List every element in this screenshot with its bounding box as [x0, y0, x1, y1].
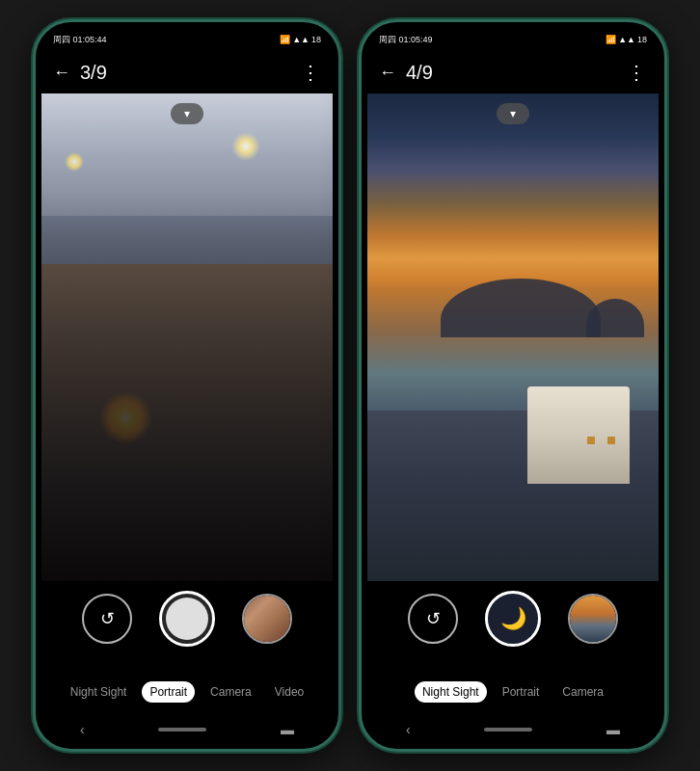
gallery-thumbnail-1[interactable] — [242, 594, 292, 644]
phone-frame-1: 周四 01:05:44 📶 ▲▲ 18 ← 3/9 ⋮ — [33, 19, 341, 752]
sparkle-3 — [65, 152, 84, 172]
photo-bg-party — [41, 93, 333, 581]
dropdown-btn-2[interactable]: ▾ — [497, 103, 529, 124]
chevron-down-icon-2: ▾ — [510, 107, 516, 120]
mode-night-sight-1[interactable]: Night Sight — [63, 681, 135, 703]
camera-icons-row-1: ↺ — [41, 591, 333, 647]
recent-gesture-1[interactable]: ▬ — [281, 722, 294, 737]
dropdown-btn-1[interactable]: ▾ — [171, 103, 203, 124]
flip-camera-button-1[interactable]: ↺ — [82, 594, 132, 644]
status-time-1: 周四 01:05:44 — [53, 34, 107, 46]
phone-1: 周四 01:05:44 📶 ▲▲ 18 ← 3/9 ⋮ — [33, 19, 341, 752]
photo-bg-sunset — [367, 93, 659, 581]
controls-bar-2: ↺ 🌙 Night Sight Portrait Camera — [367, 581, 659, 716]
back-gesture-2[interactable]: ‹ — [406, 722, 411, 737]
status-icons-2: 📶 ▲▲ 18 — [606, 35, 647, 44]
shutter-button-1[interactable] — [159, 591, 215, 647]
more-button-2[interactable]: ⋮ — [627, 61, 647, 84]
home-indicator-1[interactable] — [158, 728, 206, 731]
mode-camera-1[interactable]: Camera — [202, 681, 259, 703]
phone-2: 周四 01:05:49 📶 ▲▲ 18 ← 4/9 ⋮ — [359, 19, 667, 752]
phone-frame-2: 周四 01:05:49 📶 ▲▲ 18 ← 4/9 ⋮ — [359, 19, 667, 752]
nav-bar-2: ← 4/9 ⋮ — [367, 51, 659, 93]
phone-screen-1: 周四 01:05:44 📶 ▲▲ 18 ← 3/9 ⋮ — [41, 28, 333, 743]
status-time-2: 周四 01:05:49 — [379, 34, 433, 46]
nav-bar-1: ← 3/9 ⋮ — [41, 51, 333, 93]
mode-portrait-2[interactable]: Portrait — [495, 681, 548, 703]
mode-camera-2[interactable]: Camera — [554, 681, 611, 703]
more-button-1[interactable]: ⋮ — [301, 61, 321, 84]
status-bar-2: 周四 01:05:49 📶 ▲▲ 18 — [367, 28, 659, 51]
photo-counter-1: 3/9 — [80, 62, 301, 84]
photo-area-1: ▾ — [41, 93, 333, 581]
chevron-down-icon: ▾ — [184, 107, 190, 120]
flip-icon-1: ↺ — [100, 608, 115, 629]
recent-gesture-2[interactable]: ▬ — [606, 722, 620, 737]
sparkle-2 — [231, 132, 260, 161]
building — [527, 386, 630, 484]
modes-row-1: Night Sight Portrait Camera Video — [41, 681, 333, 703]
camera-icons-row-2: ↺ 🌙 — [367, 591, 659, 647]
thumbnail-preview-2 — [570, 596, 616, 642]
thumbnail-preview-1 — [244, 596, 290, 642]
phone-screen-2: 周四 01:05:49 📶 ▲▲ 18 ← 4/9 ⋮ — [367, 28, 659, 743]
photo-area-2: ▾ — [367, 93, 659, 581]
back-button-1[interactable]: ← — [53, 63, 70, 83]
back-button-2[interactable]: ← — [379, 63, 396, 83]
mode-video-1[interactable]: Video — [267, 681, 311, 703]
status-icons-1: 📶 ▲▲ 18 — [280, 35, 321, 44]
status-bar-1: 周四 01:05:44 📶 ▲▲ 18 — [41, 28, 333, 51]
modes-row-2: Night Sight Portrait Camera — [367, 681, 659, 703]
flip-camera-button-2[interactable]: ↺ — [408, 594, 458, 644]
shutter-button-2[interactable]: 🌙 — [485, 591, 541, 647]
mode-night-sight-2[interactable]: Night Sight — [415, 681, 487, 703]
controls-bar-1: ↺ Night Sight Portrait Camera — [41, 581, 333, 716]
photo-counter-2: 4/9 — [406, 62, 627, 84]
gallery-thumbnail-2[interactable] — [568, 594, 618, 644]
flip-icon-2: ↺ — [426, 608, 441, 629]
back-gesture-1[interactable]: ‹ — [80, 722, 85, 737]
moon-icon: 🌙 — [500, 606, 526, 631]
mode-portrait-1[interactable]: Portrait — [142, 681, 195, 703]
home-indicator-2[interactable] — [484, 728, 532, 731]
home-bar-2: ‹ ▬ — [367, 716, 659, 743]
home-bar-1: ‹ ▬ — [41, 716, 333, 743]
